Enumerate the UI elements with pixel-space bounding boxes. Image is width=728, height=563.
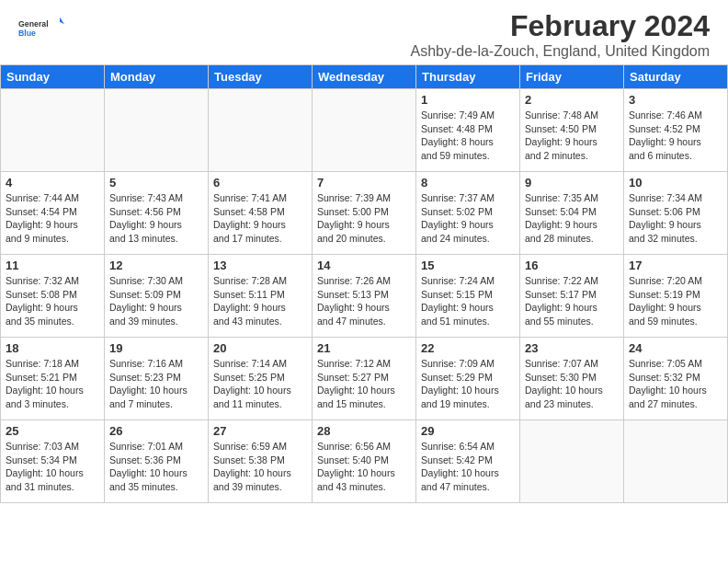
day-cell: 13Sunrise: 7:28 AM Sunset: 5:11 PM Dayli… bbox=[209, 255, 313, 338]
day-cell: 28Sunrise: 6:56 AM Sunset: 5:40 PM Dayli… bbox=[313, 420, 416, 503]
day-number: 18 bbox=[6, 341, 99, 355]
day-cell: 11Sunrise: 7:32 AM Sunset: 5:08 PM Dayli… bbox=[1, 255, 105, 338]
day-info: Sunrise: 7:14 AM Sunset: 5:25 PM Dayligh… bbox=[213, 357, 307, 411]
day-info: Sunrise: 7:48 AM Sunset: 4:50 PM Dayligh… bbox=[525, 109, 619, 163]
day-number: 19 bbox=[109, 341, 203, 355]
day-number: 28 bbox=[317, 424, 411, 438]
dow-tuesday: Tuesday bbox=[209, 65, 313, 89]
week-row-3: 11Sunrise: 7:32 AM Sunset: 5:08 PM Dayli… bbox=[1, 255, 728, 338]
week-row-1: 1Sunrise: 7:49 AM Sunset: 4:48 PM Daylig… bbox=[1, 89, 728, 172]
day-cell: 19Sunrise: 7:16 AM Sunset: 5:23 PM Dayli… bbox=[105, 338, 209, 420]
day-number: 7 bbox=[317, 176, 411, 190]
day-number: 3 bbox=[629, 93, 722, 107]
day-cell: 22Sunrise: 7:09 AM Sunset: 5:29 PM Dayli… bbox=[416, 338, 520, 420]
day-cell: 21Sunrise: 7:12 AM Sunset: 5:27 PM Dayli… bbox=[313, 338, 416, 420]
day-number: 11 bbox=[6, 259, 99, 272]
day-cell bbox=[1, 89, 105, 172]
day-info: Sunrise: 7:43 AM Sunset: 4:56 PM Dayligh… bbox=[109, 191, 203, 246]
day-info: Sunrise: 7:26 AM Sunset: 5:13 PM Dayligh… bbox=[317, 274, 411, 328]
day-number: 15 bbox=[421, 259, 515, 272]
day-number: 6 bbox=[213, 176, 307, 190]
day-number: 16 bbox=[525, 259, 619, 272]
day-info: Sunrise: 7:09 AM Sunset: 5:29 PM Dayligh… bbox=[421, 357, 515, 411]
day-info: Sunrise: 7:39 AM Sunset: 5:00 PM Dayligh… bbox=[317, 191, 411, 246]
svg-text:Blue: Blue bbox=[18, 29, 36, 38]
day-info: Sunrise: 7:28 AM Sunset: 5:11 PM Dayligh… bbox=[213, 274, 307, 328]
day-info: Sunrise: 6:54 AM Sunset: 5:42 PM Dayligh… bbox=[421, 440, 515, 494]
day-cell: 23Sunrise: 7:07 AM Sunset: 5:30 PM Dayli… bbox=[520, 338, 624, 420]
day-info: Sunrise: 7:35 AM Sunset: 5:04 PM Dayligh… bbox=[525, 191, 619, 246]
day-info: Sunrise: 7:32 AM Sunset: 5:08 PM Dayligh… bbox=[6, 274, 99, 328]
day-cell: 7Sunrise: 7:39 AM Sunset: 5:00 PM Daylig… bbox=[313, 172, 416, 255]
day-cell bbox=[520, 420, 624, 503]
day-number: 4 bbox=[6, 176, 99, 190]
day-number: 17 bbox=[629, 259, 722, 272]
day-number: 12 bbox=[109, 259, 203, 272]
title-block: February 2024 Ashby-de-la-Zouch, England… bbox=[410, 9, 710, 60]
day-cell: 6Sunrise: 7:41 AM Sunset: 4:58 PM Daylig… bbox=[209, 172, 313, 255]
day-info: Sunrise: 7:07 AM Sunset: 5:30 PM Dayligh… bbox=[525, 357, 619, 411]
logo-svg: General Blue bbox=[18, 9, 64, 46]
day-cell: 9Sunrise: 7:35 AM Sunset: 5:04 PM Daylig… bbox=[520, 172, 624, 255]
day-cell: 24Sunrise: 7:05 AM Sunset: 5:32 PM Dayli… bbox=[624, 338, 728, 420]
day-number: 20 bbox=[213, 341, 307, 355]
day-info: Sunrise: 7:44 AM Sunset: 4:54 PM Dayligh… bbox=[6, 191, 99, 246]
day-cell bbox=[624, 420, 728, 503]
header: General Blue February 2024 Ashby-de-la-Z… bbox=[0, 0, 728, 64]
week-row-4: 18Sunrise: 7:18 AM Sunset: 5:21 PM Dayli… bbox=[1, 338, 728, 420]
day-cell: 20Sunrise: 7:14 AM Sunset: 5:25 PM Dayli… bbox=[209, 338, 313, 420]
calendar: SundayMondayTuesdayWednesdayThursdayFrid… bbox=[0, 64, 728, 503]
day-cell: 18Sunrise: 7:18 AM Sunset: 5:21 PM Dayli… bbox=[1, 338, 105, 420]
day-info: Sunrise: 7:41 AM Sunset: 4:58 PM Dayligh… bbox=[213, 191, 307, 246]
dow-friday: Friday bbox=[520, 65, 624, 89]
day-info: Sunrise: 7:12 AM Sunset: 5:27 PM Dayligh… bbox=[317, 357, 411, 411]
day-cell: 25Sunrise: 7:03 AM Sunset: 5:34 PM Dayli… bbox=[1, 420, 105, 503]
dow-sunday: Sunday bbox=[1, 65, 105, 89]
logo: General Blue bbox=[18, 9, 64, 46]
svg-marker-2 bbox=[60, 17, 64, 25]
day-number: 13 bbox=[213, 259, 307, 272]
dow-monday: Monday bbox=[105, 65, 209, 89]
day-number: 21 bbox=[317, 341, 411, 355]
day-info: Sunrise: 7:46 AM Sunset: 4:52 PM Dayligh… bbox=[629, 109, 722, 163]
day-cell: 4Sunrise: 7:44 AM Sunset: 4:54 PM Daylig… bbox=[1, 172, 105, 255]
day-info: Sunrise: 7:49 AM Sunset: 4:48 PM Dayligh… bbox=[421, 109, 515, 163]
day-cell: 3Sunrise: 7:46 AM Sunset: 4:52 PM Daylig… bbox=[624, 89, 728, 172]
day-number: 29 bbox=[421, 424, 515, 438]
day-number: 23 bbox=[525, 341, 619, 355]
week-row-5: 25Sunrise: 7:03 AM Sunset: 5:34 PM Dayli… bbox=[1, 420, 728, 503]
day-cell bbox=[209, 89, 313, 172]
day-cell: 16Sunrise: 7:22 AM Sunset: 5:17 PM Dayli… bbox=[520, 255, 624, 338]
day-cell: 5Sunrise: 7:43 AM Sunset: 4:56 PM Daylig… bbox=[105, 172, 209, 255]
day-number: 9 bbox=[525, 176, 619, 190]
day-info: Sunrise: 7:20 AM Sunset: 5:19 PM Dayligh… bbox=[629, 274, 722, 328]
day-info: Sunrise: 7:01 AM Sunset: 5:36 PM Dayligh… bbox=[109, 440, 203, 494]
dow-wednesday: Wednesday bbox=[313, 65, 416, 89]
day-number: 14 bbox=[317, 259, 411, 272]
dow-thursday: Thursday bbox=[416, 65, 520, 89]
day-info: Sunrise: 7:34 AM Sunset: 5:06 PM Dayligh… bbox=[629, 191, 722, 246]
day-number: 8 bbox=[421, 176, 515, 190]
day-cell bbox=[105, 89, 209, 172]
day-number: 1 bbox=[421, 93, 515, 107]
svg-text:General: General bbox=[18, 19, 49, 29]
day-cell: 26Sunrise: 7:01 AM Sunset: 5:36 PM Dayli… bbox=[105, 420, 209, 503]
day-number: 5 bbox=[109, 176, 203, 190]
location: Ashby-de-la-Zouch, England, United Kingd… bbox=[410, 43, 710, 60]
day-cell: 14Sunrise: 7:26 AM Sunset: 5:13 PM Dayli… bbox=[313, 255, 416, 338]
day-cell: 2Sunrise: 7:48 AM Sunset: 4:50 PM Daylig… bbox=[520, 89, 624, 172]
day-cell: 1Sunrise: 7:49 AM Sunset: 4:48 PM Daylig… bbox=[416, 89, 520, 172]
day-info: Sunrise: 7:37 AM Sunset: 5:02 PM Dayligh… bbox=[421, 191, 515, 246]
day-info: Sunrise: 6:56 AM Sunset: 5:40 PM Dayligh… bbox=[317, 440, 411, 494]
day-cell: 29Sunrise: 6:54 AM Sunset: 5:42 PM Dayli… bbox=[416, 420, 520, 503]
day-number: 10 bbox=[629, 176, 722, 190]
days-of-week-row: SundayMondayTuesdayWednesdayThursdayFrid… bbox=[1, 65, 728, 89]
day-cell: 27Sunrise: 6:59 AM Sunset: 5:38 PM Dayli… bbox=[209, 420, 313, 503]
day-info: Sunrise: 7:24 AM Sunset: 5:15 PM Dayligh… bbox=[421, 274, 515, 328]
day-number: 27 bbox=[213, 424, 307, 438]
day-info: Sunrise: 7:30 AM Sunset: 5:09 PM Dayligh… bbox=[109, 274, 203, 328]
calendar-body: 1Sunrise: 7:49 AM Sunset: 4:48 PM Daylig… bbox=[1, 89, 728, 503]
day-cell: 17Sunrise: 7:20 AM Sunset: 5:19 PM Dayli… bbox=[624, 255, 728, 338]
day-number: 24 bbox=[629, 341, 722, 355]
day-number: 22 bbox=[421, 341, 515, 355]
